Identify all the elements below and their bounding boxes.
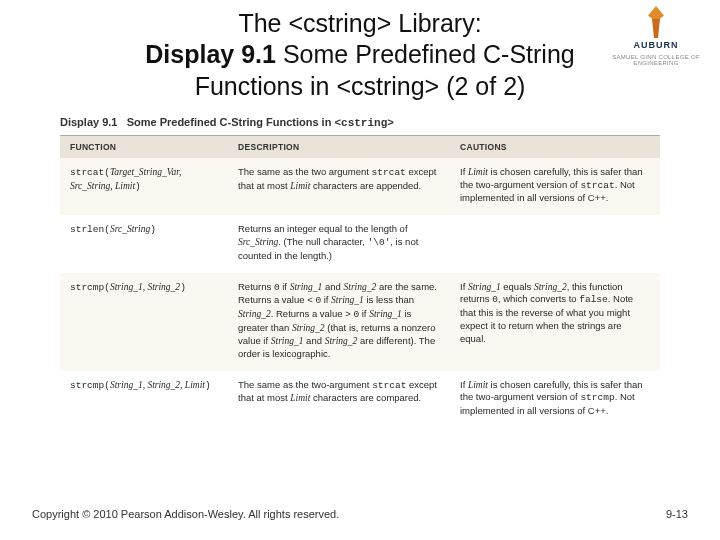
cell-function: strcat(Target_String_Var, Src_String, Li…: [60, 158, 228, 215]
logo-subline: SAMUEL GINN COLLEGE OF ENGINEERING: [606, 54, 706, 67]
table-row: strcmp(String_1, String_2)Returns 0 if S…: [60, 273, 660, 371]
table-row: strlen(Src_String)Returns an integer equ…: [60, 215, 660, 272]
title-line1-post: Library:: [391, 9, 481, 37]
title-line2-rest: Some Predefined C-String: [276, 40, 575, 68]
title-line3-code: <cstring>: [336, 72, 439, 100]
figure-caption: Display 9.1 Some Predefined C-String Fun…: [60, 116, 660, 136]
title-line3-post: (2 of 2): [439, 72, 525, 100]
header-description: DESCRIPTION: [228, 136, 450, 158]
header-function: FUNCTION: [60, 136, 228, 158]
cell-description: Returns an integer equal to the length o…: [228, 215, 450, 272]
figure-table: Display 9.1 Some Predefined C-String Fun…: [60, 116, 660, 428]
table-row: strcat(Target_String_Var, Src_String, Li…: [60, 158, 660, 215]
caption-display: Display 9.1: [60, 116, 117, 128]
cell-description: The same as the two argument strcat exce…: [228, 158, 450, 215]
title-line1-pre: The: [238, 9, 288, 37]
torch-icon: [646, 6, 666, 38]
cell-description: The same as the two-argument strcat exce…: [228, 371, 450, 428]
caption-title-pre: Some Predefined C-String Functions in: [127, 116, 335, 128]
title-display-number: Display 9.1: [145, 40, 276, 68]
header-cautions: CAUTIONS: [450, 136, 660, 158]
slide-footer: Copyright © 2010 Pearson Addison-Wesley.…: [32, 508, 688, 520]
caption-title-code: <cstring>: [334, 117, 393, 129]
title-line3-pre: Functions in: [195, 72, 337, 100]
table-row: strcmp(String_1, String_2, Limit)The sam…: [60, 371, 660, 428]
cell-function: strlen(Src_String): [60, 215, 228, 272]
cell-cautions: [450, 215, 660, 272]
cell-cautions: If Limit is chosen carefully, this is sa…: [450, 371, 660, 428]
title-line1-code: <cstring>: [288, 9, 391, 37]
page-number: 9-13: [666, 508, 688, 520]
cell-description: Returns 0 if String_1 and String_2 are t…: [228, 273, 450, 371]
cell-function: strcmp(String_1, String_2, Limit): [60, 371, 228, 428]
cell-function: strcmp(String_1, String_2): [60, 273, 228, 371]
university-logo: AUBURN SAMUEL GINN COLLEGE OF ENGINEERIN…: [606, 6, 706, 67]
copyright-text: Copyright © 2010 Pearson Addison-Wesley.…: [32, 508, 339, 520]
functions-table: FUNCTION DESCRIPTION CAUTIONS strcat(Tar…: [60, 136, 660, 428]
cell-cautions: If String_1 equals String_2, this functi…: [450, 273, 660, 371]
logo-university: AUBURN: [606, 41, 706, 51]
cell-cautions: If Limit is chosen carefully, this is sa…: [450, 158, 660, 215]
